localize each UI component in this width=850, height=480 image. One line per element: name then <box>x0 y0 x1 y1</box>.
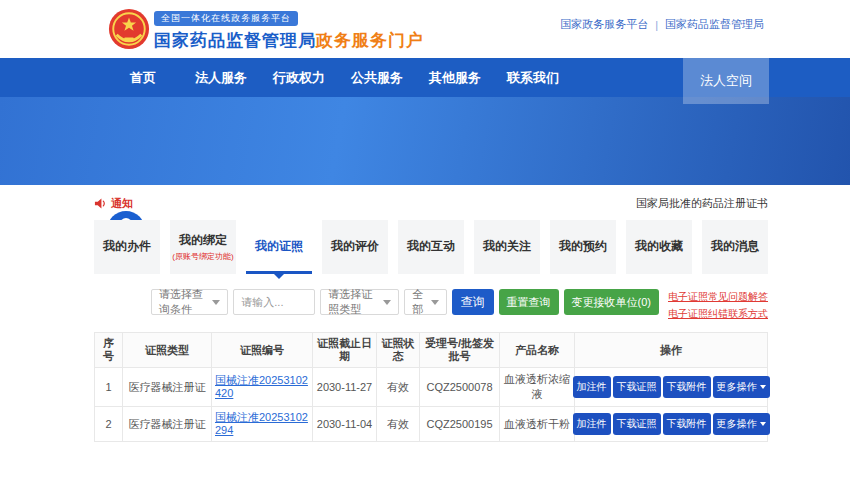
nav-item-contact-us[interactable]: 联系我们 <box>494 58 572 97</box>
download-certificate-button[interactable]: 下载证照 <box>613 413 661 435</box>
reset-button[interactable]: 重置查询 <box>499 289 559 315</box>
cell-expiry: 2030-11-27 <box>313 368 377 407</box>
scope-select[interactable]: 全部 <box>404 289 446 315</box>
col-header-no: 序号 <box>95 333 123 368</box>
row-actions: 加注件 下载证照 下载附件 更多操作 <box>578 413 764 435</box>
notice-label[interactable]: 通知 <box>111 196 133 211</box>
tab-my-favorites[interactable]: 我的收藏 <box>626 220 692 274</box>
national-emblem-icon <box>108 8 150 50</box>
chevron-down-icon <box>383 300 391 305</box>
tab-my-messages[interactable]: 我的消息 <box>702 220 768 274</box>
chevron-down-icon <box>760 385 766 389</box>
query-condition-select[interactable]: 请选择查询条件 <box>151 289 228 315</box>
more-actions-button[interactable]: 更多操作 <box>713 376 770 398</box>
cell-type: 医疗器械注册证 <box>123 368 212 407</box>
help-links: 电子证照常见问题解答 电子证照纠错联系方式 <box>668 289 768 321</box>
table-row: 2 医疗器械注册证 国械注准20253102294 2030-11-04 有效 … <box>95 407 768 442</box>
col-header-actions: 操作 <box>575 333 768 368</box>
annotate-button[interactable]: 加注件 <box>573 413 611 435</box>
profile-tabs: 我的办件 我的绑定 (原账号绑定功能) 我的证照 我的评价 我的互动 我的关注 … <box>94 220 768 274</box>
filter-row: 请选择查询条件 请选择证照类型 全部 查询 重置查询 变更接收单位(0) 电子证… <box>94 289 768 321</box>
site-title-main: 国家药品监督管理局 <box>154 31 316 50</box>
faq-link[interactable]: 电子证照常见问题解答 <box>668 290 768 304</box>
search-button[interactable]: 查询 <box>452 289 494 315</box>
nav-item-legal-services[interactable]: 法人服务 <box>182 58 260 97</box>
download-attachment-button[interactable]: 下载附件 <box>663 413 711 435</box>
site-title-sub: 政务服务门户 <box>316 31 424 50</box>
nav-item-admin-power[interactable]: 行政权力 <box>260 58 338 97</box>
cell-no: 1 <box>95 368 123 407</box>
certificate-number-link[interactable]: 国械注准20253102420 <box>215 374 309 400</box>
cell-acceptance: CQZ2500078 <box>420 368 500 407</box>
certificate-type-select[interactable]: 请选择证照类型 <box>320 289 399 315</box>
top-links-divider: | <box>655 19 658 31</box>
user-banner: **红 lsrf 账号设置 注销登录 关联法人： 甘肃陇神戎发药业股份有限公司 … <box>0 97 850 185</box>
main-content: 通知 国家局批准的药品注册证书 我的办件 我的绑定 (原账号绑定功能) 我的证照… <box>94 185 768 442</box>
col-header-expiry: 证照截止日期 <box>313 333 377 368</box>
tab-my-binding[interactable]: 我的绑定 (原账号绑定功能) <box>170 220 236 274</box>
keyword-input[interactable] <box>233 289 315 315</box>
col-header-type: 证照类型 <box>123 333 212 368</box>
notice-row: 通知 国家局批准的药品注册证书 <box>94 193 768 213</box>
table-header-row: 序号 证照类型 证照编号 证照截止日期 证照状态 受理号/批签发批号 产品名称 … <box>95 333 768 368</box>
cell-product: 血液透析干粉 <box>500 407 575 442</box>
nav-item-public-services[interactable]: 公共服务 <box>338 58 416 97</box>
table-row: 1 医疗器械注册证 国械注准20253102420 2030-11-27 有效 … <box>95 368 768 407</box>
contact-link[interactable]: 电子证照纠错联系方式 <box>668 307 768 321</box>
tab-my-certificates[interactable]: 我的证照 <box>246 220 312 274</box>
notice-scroll-text[interactable]: 国家局批准的药品注册证书 <box>636 196 768 211</box>
chevron-down-icon <box>212 300 220 305</box>
nav-item-other-services[interactable]: 其他服务 <box>416 58 494 97</box>
change-receiver-button[interactable]: 变更接收单位(0) <box>564 289 659 315</box>
col-header-product: 产品名称 <box>500 333 575 368</box>
col-header-number: 证照编号 <box>212 333 313 368</box>
row-actions: 加注件 下载证照 下载附件 更多操作 <box>578 376 764 398</box>
speaker-icon <box>94 197 107 210</box>
cell-status: 有效 <box>377 407 420 442</box>
cell-status: 有效 <box>377 368 420 407</box>
tab-my-follows[interactable]: 我的关注 <box>474 220 540 274</box>
cell-acceptance: CQZ2500195 <box>420 407 500 442</box>
tab-my-interactions[interactable]: 我的互动 <box>398 220 464 274</box>
tab-my-items[interactable]: 我的办件 <box>94 220 160 274</box>
annotate-button[interactable]: 加注件 <box>573 376 611 398</box>
chevron-down-icon <box>431 300 439 305</box>
cell-no: 2 <box>95 407 123 442</box>
certificate-number-link[interactable]: 国械注准20253102294 <box>215 411 309 437</box>
tab-my-reviews[interactable]: 我的评价 <box>322 220 388 274</box>
certificate-table: 序号 证照类型 证照编号 证照截止日期 证照状态 受理号/批签发批号 产品名称 … <box>94 332 768 442</box>
top-links: 国家政务服务平台 | 国家药品监督管理局 <box>560 17 764 32</box>
more-actions-button[interactable]: 更多操作 <box>713 413 770 435</box>
chevron-down-icon <box>760 422 766 426</box>
platform-badge: 全国一体化在线政务服务平台 <box>154 11 298 26</box>
nav-item-home[interactable]: 首页 <box>104 58 182 97</box>
top-link-gov-platform[interactable]: 国家政务服务平台 <box>560 17 648 32</box>
top-header: 全国一体化在线政务服务平台 国家药品监督管理局政务服务门户 国家政务服务平台 |… <box>0 0 850 58</box>
cell-type: 医疗器械注册证 <box>123 407 212 442</box>
cell-product: 血液透析浓缩液 <box>500 368 575 407</box>
top-link-nmpa[interactable]: 国家药品监督管理局 <box>665 17 764 32</box>
download-certificate-button[interactable]: 下载证照 <box>613 376 661 398</box>
col-header-acceptance: 受理号/批签发批号 <box>420 333 500 368</box>
download-attachment-button[interactable]: 下载附件 <box>663 376 711 398</box>
site-title: 国家药品监督管理局政务服务门户 <box>154 29 424 52</box>
col-header-status: 证照状态 <box>377 333 420 368</box>
cell-expiry: 2030-11-04 <box>313 407 377 442</box>
legal-person-space-button[interactable]: 法人空间 <box>683 58 769 104</box>
tab-my-appointments[interactable]: 我的预约 <box>550 220 616 274</box>
